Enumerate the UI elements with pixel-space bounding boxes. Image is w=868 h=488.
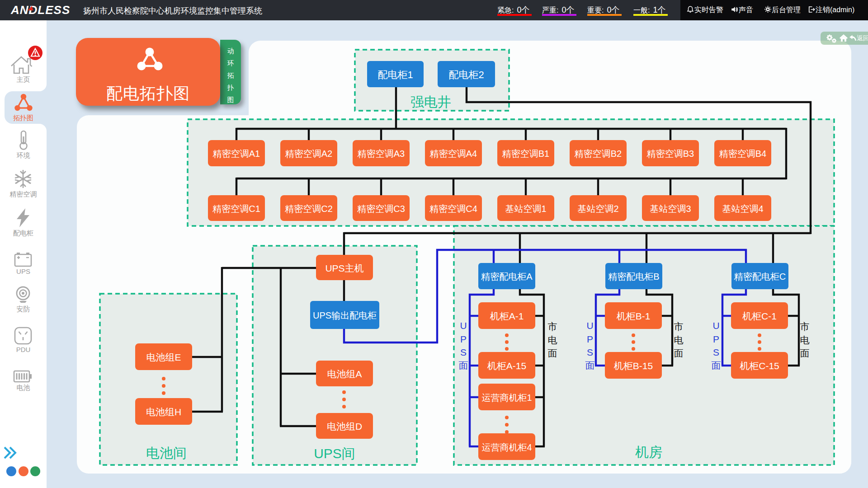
svg-text:机房: 机房 (635, 445, 662, 460)
svg-text:电池组E: 电池组E (146, 352, 181, 362)
svg-text:P: P (587, 334, 593, 344)
svg-text:P: P (713, 334, 719, 344)
svg-text:电池组H: 电池组H (146, 407, 181, 417)
svg-text:电池组A: 电池组A (327, 369, 362, 379)
svg-text:面: 面 (800, 348, 810, 358)
svg-text:基站空调4: 基站空调4 (722, 204, 763, 214)
svg-text:U: U (460, 320, 467, 331)
svg-text:配电柜1: 配电柜1 (377, 69, 413, 80)
svg-text:精密空调A2: 精密空调A2 (285, 149, 332, 159)
svg-text:机柜B-1: 机柜B-1 (617, 311, 651, 321)
svg-text:运营商机柜4: 运营商机柜4 (481, 442, 532, 452)
svg-text:S: S (587, 347, 593, 357)
svg-text:电池组D: 电池组D (327, 421, 362, 432)
svg-text:电池间: 电池间 (146, 446, 187, 460)
svg-text:市: 市 (548, 321, 557, 332)
svg-text:面: 面 (585, 360, 595, 371)
svg-text:运营商机柜1: 运营商机柜1 (481, 393, 532, 403)
svg-text:电: 电 (674, 335, 684, 345)
svg-text:精密空调B3: 精密空调B3 (646, 149, 694, 159)
svg-text:面: 面 (712, 360, 721, 371)
svg-text:精密配电柜B: 精密配电柜B (608, 272, 659, 282)
svg-text:精密空调A3: 精密空调A3 (357, 149, 405, 159)
svg-text:精密配电柜C: 精密配电柜C (734, 272, 786, 282)
svg-text:基站空调3: 基站空调3 (650, 204, 691, 214)
svg-text:UPS输出配电柜: UPS输出配电柜 (313, 310, 377, 320)
svg-text:机柜A-1: 机柜A-1 (490, 311, 524, 321)
svg-text:电: 电 (548, 335, 557, 345)
svg-text:UPS主机: UPS主机 (325, 263, 363, 273)
svg-text:强电井: 强电井 (410, 94, 451, 109)
svg-text:机柜A-15: 机柜A-15 (487, 361, 526, 371)
svg-text:精密空调C2: 精密空调C2 (284, 204, 333, 214)
svg-text:基站空调2: 基站空调2 (577, 204, 618, 214)
svg-text:精密空调B1: 精密空调B1 (502, 149, 549, 159)
svg-text:机柜B-15: 机柜B-15 (614, 361, 653, 371)
svg-text:精密空调B4: 精密空调B4 (719, 149, 766, 159)
svg-text:电: 电 (800, 335, 810, 345)
svg-text:精密空调B2: 精密空调B2 (574, 149, 622, 159)
svg-text:P: P (460, 334, 467, 344)
svg-text:面: 面 (548, 348, 557, 358)
svg-text:S: S (460, 347, 467, 357)
svg-text:精密空调C3: 精密空调C3 (357, 204, 405, 214)
svg-text:精密空调A1: 精密空调A1 (212, 149, 260, 159)
svg-text:U: U (712, 320, 719, 331)
svg-text:机柜C-1: 机柜C-1 (742, 311, 777, 321)
svg-text:面: 面 (459, 360, 468, 371)
svg-text:市: 市 (674, 321, 684, 332)
svg-text:UPS间: UPS间 (314, 446, 355, 461)
svg-text:精密空调A4: 精密空调A4 (429, 149, 477, 159)
svg-text:配电柜2: 配电柜2 (448, 69, 484, 80)
svg-text:精密空调C4: 精密空调C4 (429, 204, 477, 214)
svg-text:精密配电柜A: 精密配电柜A (481, 272, 533, 282)
svg-text:U: U (586, 320, 593, 331)
svg-text:机柜C-15: 机柜C-15 (740, 361, 779, 371)
svg-text:市: 市 (800, 321, 810, 332)
svg-text:S: S (713, 347, 719, 357)
svg-text:面: 面 (674, 348, 684, 358)
svg-text:基站空调1: 基站空调1 (505, 204, 546, 214)
svg-text:精密空调C1: 精密空调C1 (212, 204, 260, 214)
